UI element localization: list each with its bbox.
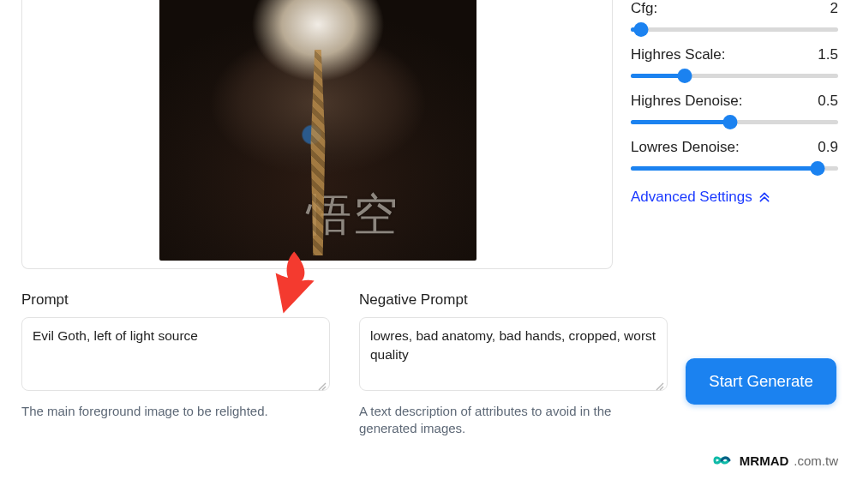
- slider-value: 1.5: [818, 46, 838, 63]
- image-watermark-text: 悟空: [307, 185, 399, 245]
- slider-label: Highres Scale:: [631, 46, 726, 63]
- slider-track[interactable]: [631, 67, 838, 84]
- slider-value: 0.9: [818, 139, 838, 156]
- prompt-input[interactable]: [21, 317, 330, 391]
- slider-thumb[interactable]: [677, 69, 692, 83]
- negative-prompt-label: Negative Prompt: [359, 291, 668, 309]
- image-dropzone[interactable]: 悟空: [21, 0, 613, 269]
- uploaded-image: 悟空: [159, 0, 476, 261]
- prompt-help-text: The main foreground image to be relighte…: [21, 403, 330, 420]
- watermark-brand: MRMAD: [740, 453, 789, 468]
- slider-value: 2: [830, 0, 838, 17]
- advanced-settings-label: Advanced Settings: [631, 189, 752, 206]
- slider-track[interactable]: [631, 21, 838, 38]
- infinity-logo-icon: [709, 453, 734, 468]
- start-generate-button[interactable]: Start Generate: [686, 358, 836, 405]
- negative-prompt-column: Negative Prompt A text description of at…: [359, 291, 668, 438]
- slider-label: Highres Denoise:: [631, 93, 742, 110]
- slider-thumb[interactable]: [723, 115, 738, 129]
- slider-track[interactable]: [631, 113, 838, 130]
- negative-prompt-help-text: A text description of attributes to avoi…: [359, 403, 668, 438]
- slider-highres-denoise: Highres Denoise: 0.5: [631, 93, 838, 130]
- slider-label: Cfg:: [631, 0, 657, 17]
- slider-thumb[interactable]: [634, 22, 649, 37]
- image-panel: 悟空: [21, 0, 613, 269]
- watermark-suffix: .com.tw: [794, 453, 838, 468]
- slider-track[interactable]: [631, 159, 838, 177]
- settings-panel: Cfg: 2 Highres Scale: 1.5 Highres Denois…: [631, 0, 838, 206]
- prompts-row: Prompt The main foreground image to be r…: [21, 291, 673, 438]
- site-watermark: MRMAD.com.tw: [709, 453, 838, 468]
- slider-highres-scale: Highres Scale: 1.5: [631, 46, 838, 84]
- advanced-settings-toggle[interactable]: Advanced Settings: [631, 189, 838, 206]
- slider-lowres-denoise: Lowres Denoise: 0.9: [631, 139, 838, 177]
- prompt-label: Prompt: [21, 291, 330, 309]
- slider-thumb[interactable]: [810, 161, 824, 176]
- slider-cfg: Cfg: 2: [631, 0, 838, 38]
- negative-prompt-input[interactable]: [359, 317, 668, 391]
- slider-value: 0.5: [818, 93, 838, 110]
- chevron-double-up-icon: [758, 190, 771, 204]
- prompt-column: Prompt The main foreground image to be r…: [21, 291, 330, 438]
- slider-label: Lowres Denoise:: [631, 139, 740, 156]
